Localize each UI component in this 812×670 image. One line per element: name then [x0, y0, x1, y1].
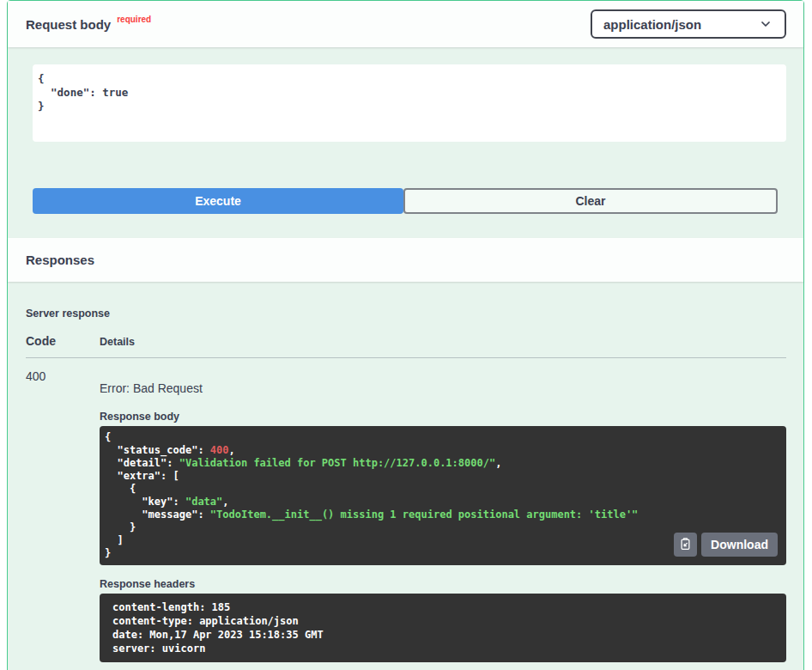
- request-body-section: { "done": true } Execute Clear: [8, 47, 803, 238]
- response-body-label: Response body: [100, 411, 786, 423]
- responses-header: Responses: [8, 238, 803, 282]
- responses-table-header: Code Details: [26, 334, 786, 348]
- chevron-down-icon: [759, 17, 773, 31]
- execute-button[interactable]: Execute: [33, 188, 403, 214]
- server-response-label: Server response: [26, 282, 786, 320]
- download-button[interactable]: Download: [701, 533, 778, 557]
- copy-to-clipboard-button[interactable]: [674, 533, 697, 557]
- codeblock-actions: Download: [674, 533, 778, 557]
- response-row: 400 Error: Bad Request Response body { "…: [26, 358, 786, 662]
- response-body-codeblock: { "status_code": 400, "detail": "Validat…: [100, 426, 786, 565]
- request-body-editor[interactable]: { "done": true }: [33, 64, 786, 142]
- clipboard-copy-icon: [679, 537, 692, 553]
- code-column-header: Code: [26, 334, 100, 348]
- content-type-selected-value: application/json: [603, 17, 701, 32]
- response-description: Error: Bad Request: [100, 381, 786, 395]
- response-headers-code: content-length: 185content-type: applica…: [112, 600, 778, 655]
- responses-title: Responses: [26, 253, 94, 267]
- response-headers-label: Response headers: [100, 578, 786, 590]
- details-column-header: Details: [100, 336, 786, 348]
- responses-section: Server response Code Details 400 Error: …: [8, 282, 803, 669]
- response-details-cell: Error: Bad Request Response body { "stat…: [100, 358, 786, 662]
- request-body-editor-value: { "done": true }: [38, 72, 781, 113]
- request-body-title: Request body: [26, 17, 111, 32]
- request-body-header: Request body required application/json: [8, 1, 803, 47]
- response-status-code: 400: [26, 358, 100, 383]
- response-headers-codeblock: content-length: 185content-type: applica…: [100, 594, 786, 662]
- required-badge: required: [117, 15, 151, 24]
- operation-panel: Request body required application/json {…: [7, 0, 804, 670]
- execute-button-group: Execute Clear: [33, 188, 778, 214]
- clear-button[interactable]: Clear: [403, 188, 778, 214]
- content-type-select[interactable]: application/json: [591, 9, 786, 39]
